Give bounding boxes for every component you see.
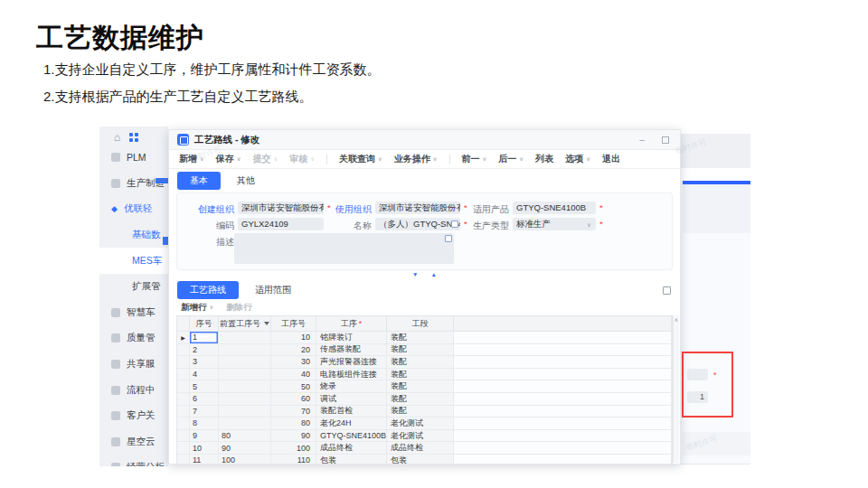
filter-icon[interactable] bbox=[264, 322, 269, 325]
header-marker-cell bbox=[177, 316, 190, 331]
apps-grid-icon[interactable] bbox=[129, 133, 138, 142]
plm-icon bbox=[111, 153, 120, 162]
sidebar-item-mes[interactable]: MES车 bbox=[99, 248, 168, 274]
toolbar-related-query-button[interactable]: 关联查询∨ bbox=[339, 153, 382, 165]
tab-scope[interactable]: 适用范围 bbox=[242, 281, 304, 299]
header-filler-cell bbox=[454, 316, 672, 331]
toolbar-next-button[interactable]: 后一∨ bbox=[498, 153, 524, 165]
required-asterisk: * bbox=[599, 219, 603, 229]
detail-tabs: 工艺路线 适用范围 bbox=[169, 279, 680, 299]
collapse-down-icon[interactable]: ▼ bbox=[412, 271, 418, 278]
table-row[interactable]: 6 60 调试 装配 bbox=[177, 393, 672, 406]
table-row[interactable]: 10 90 100 成品终检 成品终检 bbox=[177, 442, 672, 455]
smartshop-icon bbox=[111, 308, 120, 317]
dialog-tabs: 基本 其他 bbox=[169, 169, 680, 191]
sidebar-item-quality[interactable]: 质量管 bbox=[99, 325, 168, 352]
sidebar-item-youlian[interactable]: ◆ 优联轻 bbox=[99, 196, 168, 222]
toolbar-audit-button: 审核∨ bbox=[289, 153, 315, 165]
zoom-field-icon[interactable] bbox=[445, 235, 452, 242]
highlighted-field-2[interactable]: 1 bbox=[687, 391, 708, 403]
galaxycloud-icon bbox=[111, 437, 120, 446]
home-icon[interactable]: ⌂ bbox=[114, 132, 120, 143]
chevron-down-icon: ∨ bbox=[483, 155, 487, 163]
sidebar-item-plm[interactable]: PLM bbox=[99, 145, 168, 171]
fullscreen-icon[interactable] bbox=[663, 286, 671, 295]
dialog-title: 工艺路线 - 修改 bbox=[194, 134, 625, 146]
grid-row-toolbar: 新增行∨ 删除行 bbox=[169, 299, 680, 315]
table-row[interactable]: 11 100 110 包装 包装 bbox=[177, 455, 672, 464]
workflow-icon bbox=[111, 386, 120, 395]
desc-textarea[interactable] bbox=[234, 233, 454, 264]
toolbar-options-button[interactable]: 选项∨ bbox=[565, 153, 590, 165]
delete-row-button: 删除行 bbox=[226, 302, 252, 314]
product-label: 适用产品 bbox=[456, 203, 509, 216]
table-row[interactable]: 9 80 90 GTYQ-SNE4100B标定 老化测试 bbox=[177, 430, 672, 443]
table-scrollbar[interactable]: ∧ bbox=[673, 315, 679, 463]
toolbar-divider bbox=[449, 155, 450, 164]
code-label: 编码 bbox=[181, 220, 234, 232]
required-asterisk: * bbox=[359, 319, 363, 328]
toolbar-business-ops-button[interactable]: 业务操作∨ bbox=[394, 153, 438, 165]
tab-basic[interactable]: 基本 bbox=[177, 172, 221, 190]
row-marker-icon: ▶ bbox=[181, 334, 185, 341]
sidebar-item-basedata[interactable]: 基础数 bbox=[99, 222, 168, 249]
required-asterisk: * bbox=[713, 371, 717, 380]
table-row[interactable]: 8 80 老化24H 老化测试 bbox=[177, 418, 672, 430]
header-op[interactable]: 工序* bbox=[316, 316, 387, 331]
process-route-table: 序号 前置工序号 工序号 工序* 工段 ▶ 1 10 铭牌装订 装配 bbox=[176, 315, 673, 464]
sidebar-item-smartshop[interactable]: 智慧车 bbox=[99, 300, 168, 326]
analysis-icon bbox=[111, 463, 120, 466]
sidebar-item-sharedservice[interactable]: 共享服 bbox=[99, 352, 168, 378]
use-org-field[interactable]: 深圳市诺安智能股份有限公司 bbox=[375, 202, 460, 214]
toolbar-previous-button[interactable]: 前一∨ bbox=[462, 153, 487, 165]
header-op-no[interactable]: 工序号 bbox=[271, 316, 316, 331]
crm-icon bbox=[111, 411, 120, 420]
scroll-up-icon[interactable]: ∧ bbox=[675, 316, 678, 463]
table-row[interactable]: 3 30 声光报警器连接 装配 bbox=[177, 356, 672, 369]
collapse-up-icon[interactable]: ▲ bbox=[431, 271, 437, 278]
sidebar-item-workflow[interactable]: 流程中 bbox=[99, 377, 168, 403]
toolbar-list-button[interactable]: 列表 bbox=[535, 153, 553, 165]
add-row-button[interactable]: 新增行∨ bbox=[181, 302, 213, 314]
dialog-app-icon bbox=[177, 134, 189, 145]
toolbar-exit-button[interactable]: 退出 bbox=[602, 153, 620, 165]
create-org-label[interactable]: 创建组织 bbox=[181, 203, 234, 216]
dialog-titlebar: 工艺路线 - 修改 – bbox=[169, 130, 680, 150]
sidebar-item-analysis[interactable]: 经营分析 bbox=[99, 455, 168, 466]
header-section[interactable]: 工段 bbox=[387, 316, 454, 331]
use-org-label[interactable]: 使用组织 bbox=[318, 203, 372, 216]
create-org-field[interactable]: 深圳市诺安智能股份有限公司 bbox=[238, 202, 324, 214]
sidebar-top-icons: ⌂ bbox=[99, 127, 168, 145]
page-title: 工艺数据维护 bbox=[36, 20, 204, 57]
name-field[interactable]: （多人）GTYQ-SNE4100B bbox=[375, 218, 460, 230]
header-pre-op[interactable]: 前置工序号 bbox=[219, 316, 271, 331]
highlighted-field-1[interactable] bbox=[687, 369, 708, 380]
bullet-2: 2.支持根据产品的生产工艺自定义工艺路线。 bbox=[43, 89, 313, 106]
sidebar-item-extension[interactable]: 扩展管 bbox=[99, 274, 168, 300]
minimize-button[interactable]: – bbox=[636, 135, 648, 145]
process-route-dialog: 工艺路线 - 修改 – 新增∨ 保存∨ 提交∨ 审核∨ 关联查询∨ 业务操作∨ … bbox=[168, 129, 681, 465]
chevron-down-icon: ∨ bbox=[274, 155, 278, 163]
name-label: 名称 bbox=[318, 220, 372, 232]
sidebar-item-galaxycloud[interactable]: 星空云 bbox=[99, 429, 168, 455]
maximize-button[interactable] bbox=[659, 135, 672, 145]
dialog-toolbar: 新增∨ 保存∨ 提交∨ 审核∨ 关联查询∨ 业务操作∨ 前一∨ 后一∨ 列表 选… bbox=[169, 150, 680, 169]
production-icon bbox=[111, 179, 120, 188]
header-seq[interactable]: 序号 bbox=[190, 316, 219, 331]
sidebar-item-crm[interactable]: 客户关 bbox=[99, 403, 168, 429]
table-row[interactable]: 7 70 装配首检 装配 bbox=[177, 406, 672, 418]
table-row[interactable]: 4 40 电路板组件连接 装配 bbox=[177, 369, 672, 381]
chevron-down-icon: ∨ bbox=[210, 304, 214, 311]
table-row[interactable]: ▶ 1 10 铭牌装订 装配 bbox=[177, 332, 672, 344]
chevron-down-icon: ∨ bbox=[378, 155, 382, 163]
required-asterisk: * bbox=[599, 202, 603, 212]
prod-type-select[interactable]: 标准生产 bbox=[513, 218, 596, 230]
quality-icon bbox=[111, 333, 120, 343]
tab-process-route[interactable]: 工艺路线 bbox=[177, 281, 239, 299]
tab-other[interactable]: 其他 bbox=[224, 172, 268, 190]
table-row[interactable]: 5 50 烧录 装配 bbox=[177, 380, 672, 393]
table-row[interactable]: 2 20 传感器装配 装配 bbox=[177, 344, 672, 357]
code-field[interactable]: GYLX24109 bbox=[238, 218, 324, 230]
table-header-row: 序号 前置工序号 工序号 工序* 工段 bbox=[177, 316, 672, 332]
product-field[interactable]: GTYQ-SNE4100B bbox=[513, 202, 596, 214]
